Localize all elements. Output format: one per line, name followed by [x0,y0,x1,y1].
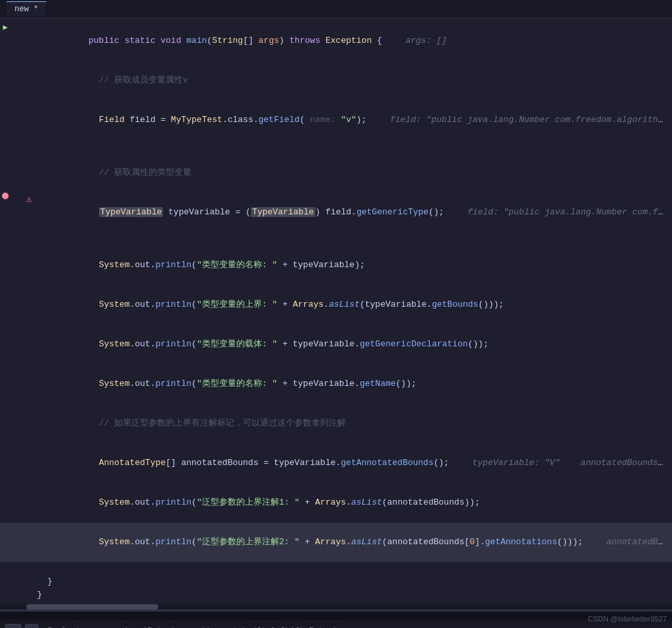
code-line-8: System.out.println("类型变量的名称: " + typeVar… [0,245,672,285]
code-line-17: } [0,575,672,588]
code-line-18: } [0,588,672,602]
line-content-12: // 如果泛型参数的上界有注解标记，可以通过这个参数拿到注解 [37,404,667,443]
gutter-breakpoint-6 [0,193,11,199]
code-line-5: // 获取属性的类型变量 [0,153,672,193]
tab-bar: new * [0,0,672,18]
code-line-9: System.out.println("类型变量的上界: " + Arrays.… [0,285,672,325]
line-content-9: System.out.println("类型变量的上界: " + Arrays.… [37,285,667,325]
line-content-3: Field field = MyTypeTest.class.getField(… [37,100,667,140]
line-content-8: System.out.println("类型变量的名称: " + typeVar… [37,245,667,285]
breakpoint-dot-6 [2,193,9,199]
code-area: ▶ public static void main(String[] args)… [0,18,672,604]
line-content-14: System.out.println("泛型参数的上界注解1: " + Arra… [37,483,667,522]
gutter-breakpoint-1: ▶ [0,21,11,34]
line-content-5: // 获取属性的类型变量 [37,153,667,193]
code-line-3: Field field = MyTypeTest.class.getField(… [0,100,672,140]
line-content-10: System.out.println("类型变量的载体: " + typeVar… [37,325,667,364]
line-content-7 [37,232,667,245]
code-line-13: AnnotatedType[] annotatedBounds = typeVa… [0,443,672,483]
run-arrow-icon: ▶ [3,21,7,34]
filter-button[interactable]: ▼ [5,624,21,629]
line-content-4 [37,140,667,153]
line-content-16 [37,562,667,575]
code-line-6: ⚠ TypeVariable typeVariable = (TypeVaria… [0,193,672,232]
dropdown-button[interactable]: ▾ [25,624,38,629]
line-content-1: public static void main(String[] args) t… [37,21,667,61]
watermark: CSDN @tobebetter9527 [588,615,667,623]
line-number-6: ⚠ [11,193,37,206]
panel-separator [0,612,672,619]
line-content-18: } [37,588,667,602]
line-content-6: TypeVariable typeVariable = (TypeVariabl… [37,193,667,232]
active-tab[interactable]: new * [7,1,46,16]
line-content-2: // 获取成员变量属性v [37,61,667,100]
line-content-17: } [37,575,667,588]
code-line-10: System.out.println("类型变量的载体: " + typeVar… [0,325,672,364]
code-line-1: ▶ public static void main(String[] args)… [0,21,672,61]
code-line-12: // 如果泛型参数的上界有注解标记，可以通过这个参数拿到注解 [0,404,672,443]
scrollbar-thumb[interactable] [26,604,158,610]
code-line-2: // 获取成员变量属性v [0,61,672,100]
code-line-15: System.out.println("泛型参数的上界注解2: " + Arra… [0,522,672,562]
debug-panel: ▼ ▾ [0,619,672,628]
code-line-4 [0,140,672,153]
code-editor: new * ▶ public static void main(String[]… [0,0,672,612]
line-content-15: System.out.println("泛型参数的上界注解2: " + Arra… [37,522,667,562]
code-line-14: System.out.println("泛型参数的上界注解1: " + Arra… [0,483,672,522]
debug-toolbar: ▼ ▾ [0,619,672,628]
horizontal-scrollbar[interactable] [0,604,672,610]
line-content-11: System.out.println("类型变量的名称: " + typeVar… [37,364,667,404]
line-content-13: AnnotatedType[] annotatedBounds = typeVa… [37,443,667,483]
code-line-16 [0,562,672,575]
code-line-11: System.out.println("类型变量的名称: " + typeVar… [0,364,672,404]
code-line-7 [0,232,672,245]
